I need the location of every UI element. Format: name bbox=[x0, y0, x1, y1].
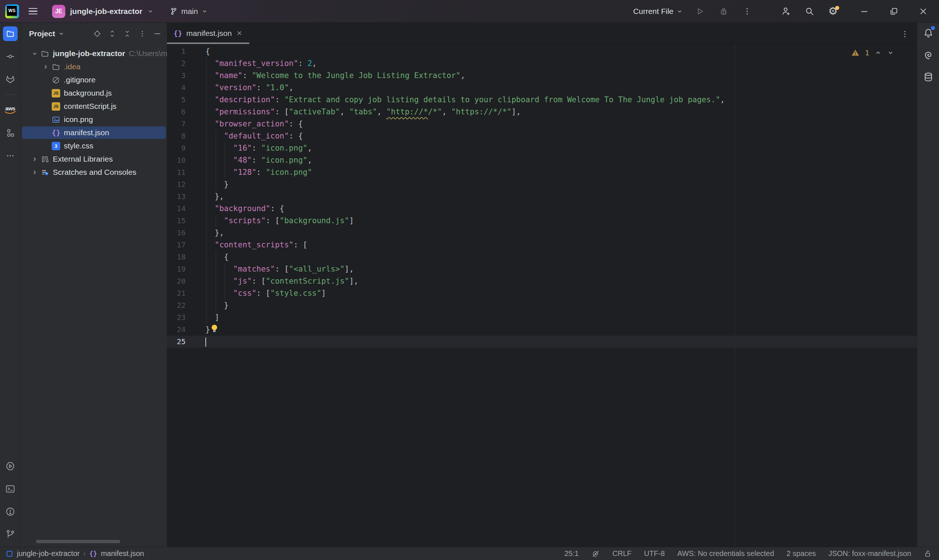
breadcrumb-file[interactable]: manifest.json bbox=[101, 549, 144, 558]
line-number[interactable]: 25 bbox=[167, 336, 186, 348]
debug-button[interactable] bbox=[717, 5, 730, 18]
line-number[interactable]: 20 bbox=[167, 275, 186, 287]
line-number[interactable]: 11 bbox=[167, 166, 186, 178]
project-widget[interactable]: JE jungle-job-extractor bbox=[52, 5, 154, 18]
expand-all-button[interactable] bbox=[107, 29, 117, 39]
aws-tool-window-button[interactable]: aws bbox=[3, 103, 18, 118]
code-line[interactable]: 8 "default_icon": { bbox=[167, 130, 917, 142]
line-number[interactable]: 4 bbox=[167, 82, 186, 94]
code-line[interactable]: 5 "description": "Extract and copy job l… bbox=[167, 94, 917, 106]
more-actions-kebab-icon[interactable] bbox=[741, 5, 753, 18]
code-line[interactable]: 17 "content_scripts": [ bbox=[167, 239, 917, 251]
tab-options-kebab-icon[interactable] bbox=[899, 28, 911, 40]
branch-widget[interactable]: main bbox=[169, 7, 208, 16]
hide-panel-button[interactable] bbox=[152, 29, 162, 39]
line-number[interactable]: 2 bbox=[167, 57, 186, 70]
window-restore-button[interactable] bbox=[888, 5, 900, 18]
line-number[interactable]: 17 bbox=[167, 239, 186, 251]
line-number[interactable]: 12 bbox=[167, 178, 186, 191]
panel-options-kebab-icon[interactable] bbox=[137, 29, 148, 39]
code-line[interactable]: 9 "16": "icon.png", bbox=[167, 142, 917, 154]
line-number[interactable]: 16 bbox=[167, 227, 186, 239]
code-line[interactable]: 13 }, bbox=[167, 191, 917, 203]
line-number[interactable]: 6 bbox=[167, 106, 186, 118]
tree-row-style-css[interactable]: 3 style.css bbox=[21, 139, 167, 152]
commit-tool-window-button[interactable] bbox=[3, 49, 18, 64]
code-line[interactable]: 23 ] bbox=[167, 312, 917, 324]
code-line[interactable]: 2 "manifest_version": 2, bbox=[167, 57, 917, 70]
run-configuration-selector[interactable]: Current File bbox=[633, 7, 683, 16]
code-line[interactable]: 10 "48": "icon.png", bbox=[167, 154, 917, 166]
code-line[interactable]: 18 { bbox=[167, 251, 917, 263]
tree-row-background-js[interactable]: JS background.js bbox=[21, 86, 167, 100]
structure-tool-window-button[interactable] bbox=[3, 126, 18, 140]
version-control-tool-window-button[interactable] bbox=[3, 527, 18, 542]
line-number[interactable]: 5 bbox=[167, 94, 186, 106]
line-number[interactable]: 24 bbox=[167, 324, 186, 336]
code-line[interactable]: 4 "version": "1.0", bbox=[167, 82, 917, 94]
tree-row-project-root[interactable]: jungle-job-extractor C:\Users\m bbox=[21, 47, 167, 60]
ai-disabled-icon[interactable] bbox=[591, 549, 600, 558]
line-number[interactable]: 18 bbox=[167, 251, 186, 263]
webstorm-logo-icon[interactable]: WS bbox=[5, 5, 19, 18]
next-problem-chevron-down-icon[interactable] bbox=[887, 49, 894, 57]
line-number[interactable]: 13 bbox=[167, 191, 186, 203]
code-line[interactable]: 11 "128": "icon.png" bbox=[167, 166, 917, 178]
line-number[interactable]: 22 bbox=[167, 299, 186, 312]
breadcrumb-project[interactable]: jungle-job-extractor bbox=[17, 549, 80, 558]
code-line[interactable]: 1{ bbox=[167, 45, 917, 57]
tree-row-gitignore[interactable]: .gitignore bbox=[21, 73, 167, 86]
line-number[interactable]: 7 bbox=[167, 118, 186, 130]
tree-row-manifest-json[interactable]: {} manifest.json bbox=[21, 126, 167, 139]
unlocked-padlock-icon[interactable] bbox=[924, 549, 933, 558]
terminal-tool-window-button[interactable] bbox=[3, 482, 18, 496]
caret-position-widget[interactable]: 25:1 bbox=[564, 549, 579, 558]
code-line[interactable]: 21 "css": ["style.css"] bbox=[167, 287, 917, 299]
code-line[interactable]: 3 "name": "Welcome to the Jungle Job Lis… bbox=[167, 70, 917, 82]
line-number[interactable]: 23 bbox=[167, 312, 186, 324]
inspections-widget[interactable]: 1 bbox=[851, 48, 894, 57]
code-area[interactable]: 1 1{2 "manifest_version": 2,3 "name": "W… bbox=[167, 44, 917, 547]
line-number[interactable]: 1 bbox=[167, 45, 186, 57]
tree-row-contentscript-js[interactable]: JS contentScript.js bbox=[21, 100, 167, 113]
code-line[interactable]: 14 "background": { bbox=[167, 203, 917, 215]
intention-bulb-icon[interactable] bbox=[211, 325, 219, 333]
gitlab-tool-window-button[interactable] bbox=[3, 72, 18, 86]
notifications-button[interactable] bbox=[921, 26, 936, 40]
more-tool-windows-button[interactable] bbox=[3, 148, 18, 163]
tab-manifest-json[interactable]: {} manifest.json bbox=[167, 23, 250, 44]
collapse-all-button[interactable] bbox=[122, 29, 133, 39]
project-tool-window-button[interactable] bbox=[3, 26, 18, 41]
main-menu-hamburger-icon[interactable] bbox=[29, 8, 37, 15]
window-minimize-button[interactable] bbox=[858, 5, 871, 18]
settings-button[interactable]: ⚙ bbox=[827, 5, 839, 18]
line-number[interactable]: 21 bbox=[167, 287, 186, 299]
code-line[interactable]: 15 "scripts": ["background.js"] bbox=[167, 215, 917, 227]
line-number[interactable]: 3 bbox=[167, 70, 186, 82]
line-number[interactable]: 8 bbox=[167, 130, 186, 142]
encoding-widget[interactable]: UTF-8 bbox=[644, 549, 665, 558]
services-tool-window-button[interactable] bbox=[3, 459, 18, 474]
locate-file-button[interactable] bbox=[92, 29, 102, 39]
indent-widget[interactable]: 2 spaces bbox=[786, 549, 816, 558]
close-tab-icon[interactable] bbox=[236, 30, 243, 37]
code-line[interactable]: 12 } bbox=[167, 178, 917, 191]
horizontal-scrollbar[interactable] bbox=[36, 540, 120, 543]
ai-assistant-button[interactable] bbox=[921, 48, 936, 62]
line-number[interactable]: 15 bbox=[167, 215, 186, 227]
code-with-me-button[interactable] bbox=[780, 5, 792, 18]
database-button[interactable] bbox=[921, 70, 936, 84]
tree-row-external-libraries[interactable]: External Libraries bbox=[21, 152, 167, 166]
line-number[interactable]: 19 bbox=[167, 263, 186, 275]
code-line[interactable]: 22 } bbox=[167, 299, 917, 312]
window-close-button[interactable] bbox=[917, 5, 930, 18]
line-number[interactable]: 9 bbox=[167, 142, 186, 154]
code-line[interactable]: 19 "matches": ["<all_urls>"], bbox=[167, 263, 917, 275]
tree-row-scratches[interactable]: Scratches and Consoles bbox=[21, 166, 167, 179]
line-number[interactable]: 10 bbox=[167, 154, 186, 166]
code-line[interactable]: 24} bbox=[167, 324, 917, 336]
json-schema-widget[interactable]: JSON: foxx-manifest.json bbox=[828, 549, 911, 558]
tree-row-idea[interactable]: .idea bbox=[21, 60, 167, 73]
prev-problem-chevron-up-icon[interactable] bbox=[874, 49, 882, 57]
run-button[interactable] bbox=[694, 5, 706, 18]
